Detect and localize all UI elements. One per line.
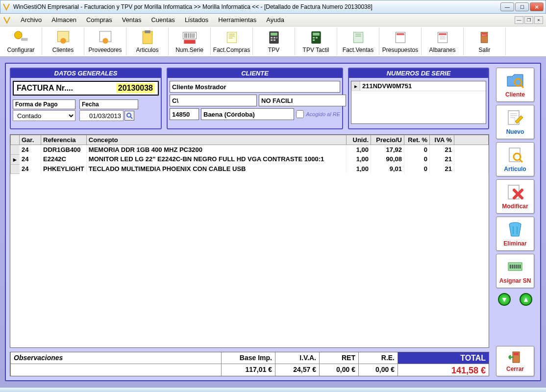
base-label: Base Imp. xyxy=(222,352,275,364)
mdi-close-button[interactable]: × xyxy=(534,16,543,24)
ret-value: 0,00 € xyxy=(320,364,358,375)
cell-concepto[interactable]: MONITOR LED LG 22" E2242C-BN NEGRO FULL … xyxy=(86,154,346,164)
svg-text:EXIT: EXIT xyxy=(482,34,486,36)
window-minimize-button[interactable]: — xyxy=(500,2,514,11)
menu-ayuda[interactable]: Ayuda xyxy=(261,14,289,25)
acogido-re-checkbox[interactable] xyxy=(296,108,304,120)
window-title: WinGestiON Empresarial - Facturacion y T… xyxy=(13,3,500,10)
svg-rect-33 xyxy=(439,33,447,35)
menu-cuentas[interactable]: Cuentas xyxy=(146,14,179,25)
re-value: 0,00 € xyxy=(359,364,397,375)
toolbar-presupuestos[interactable]: Presupuestos xyxy=(379,27,422,55)
cell-ref[interactable]: DDR1GB400 xyxy=(41,145,87,155)
grid-header-ret[interactable]: Ret. % xyxy=(404,135,430,145)
toolbar-factventas[interactable]: Fact.Ventas xyxy=(337,27,379,55)
grid-header-iva[interactable]: IVA % xyxy=(430,135,454,145)
cliente-localidad-input[interactable] xyxy=(201,108,294,120)
action-eliminar-button[interactable]: Eliminar xyxy=(496,217,534,251)
cell-iva[interactable]: 21 xyxy=(430,145,454,155)
grid-header-concepto[interactable]: Concepto xyxy=(86,135,346,145)
menu-compras[interactable]: Compras xyxy=(81,14,117,25)
move-down-button[interactable]: ▼ xyxy=(498,293,511,306)
grid-header-precio[interactable]: Precio/U xyxy=(371,135,404,145)
action-modificar-button[interactable]: Modificar xyxy=(496,179,534,214)
cell-unid[interactable]: 1,00 xyxy=(347,164,371,173)
svg-point-3 xyxy=(60,38,66,44)
serial-number-cell[interactable]: 211NDVW0M751 xyxy=(360,81,414,91)
toolbar-numserie[interactable]: Num.Serie xyxy=(169,27,211,55)
grid-row[interactable]: 24 DDR1GB400 MEMORIA DDR 1GB 400 MHZ PC3… xyxy=(11,145,489,155)
action-nuevo-button[interactable]: Nuevo xyxy=(496,105,534,139)
menu-archivo[interactable]: Archivo xyxy=(16,14,47,25)
panel-cliente: CLIENTE Acogido al RE xyxy=(167,68,343,129)
cell-concepto[interactable]: MEMORIA DDR 1GB 400 MHZ PC3200 xyxy=(86,145,346,155)
cell-concepto[interactable]: TECLADO MULTIMEDIA PHOENIX CON CABLE USB xyxy=(86,164,346,173)
cell-unid[interactable]: 1,00 xyxy=(347,145,371,155)
cell-precio[interactable]: 17,92 xyxy=(371,145,404,155)
svg-rect-25 xyxy=(313,33,320,36)
cliente-nombre-input[interactable] xyxy=(170,81,340,93)
mdi-restore-button[interactable]: ❐ xyxy=(524,16,533,24)
move-up-button[interactable]: ▲ xyxy=(520,293,532,306)
svg-line-38 xyxy=(130,117,132,119)
cell-ref[interactable]: E2242C xyxy=(41,154,87,164)
cell-gar[interactable]: 24 xyxy=(20,164,41,173)
panel-header: CLIENTE xyxy=(168,69,342,78)
magnifier-icon xyxy=(126,112,133,119)
cell-precio[interactable]: 90,08 xyxy=(371,154,404,164)
grid-row[interactable]: 24 PHKEYLIGHT TECLADO MULTIMEDIA PHOENIX… xyxy=(11,164,489,173)
toolbar-factcompras[interactable]: Fact.Compras xyxy=(211,27,253,55)
forma-pago-select[interactable]: Contado xyxy=(13,110,75,121)
menu-listados[interactable]: Listados xyxy=(180,14,213,25)
svg-point-5 xyxy=(102,38,108,44)
menu-ventas[interactable]: Ventas xyxy=(117,14,147,25)
toolbar-tpvtactil[interactable]: TPV Tactil xyxy=(295,27,337,55)
toolbar-tpv[interactable]: TPV xyxy=(253,27,295,55)
cell-ret[interactable]: 0 xyxy=(404,164,430,173)
cliente-nif-input[interactable] xyxy=(259,95,346,106)
grid-header-unid[interactable]: Unid. xyxy=(347,135,371,145)
toolbar-proveedores[interactable]: Proveedores xyxy=(84,27,126,55)
toolbar-clientes[interactable]: Clientes xyxy=(42,27,84,55)
cell-iva[interactable]: 21 xyxy=(430,154,454,164)
toolbar-albaranes[interactable]: Albaranes xyxy=(422,27,464,55)
cliente-cp-input[interactable] xyxy=(170,108,199,120)
fecha-input[interactable] xyxy=(79,110,124,121)
toolbar-articulos[interactable]: Articulos xyxy=(126,27,169,55)
action-articulo-button[interactable]: Articulo xyxy=(496,142,534,176)
folder-search-icon xyxy=(505,72,525,90)
menu-almacen[interactable]: Almacen xyxy=(47,14,81,25)
grid-header-ref[interactable]: Referencia xyxy=(41,135,87,145)
action-cliente-button[interactable]: Cliente xyxy=(496,68,534,102)
action-cerrar-button[interactable]: Cerrar xyxy=(496,346,534,376)
observaciones-value[interactable] xyxy=(11,364,221,367)
toolbar-label: Configurar xyxy=(7,47,34,53)
mdi-minimize-button[interactable]: — xyxy=(515,16,523,24)
svg-point-37 xyxy=(127,113,131,117)
serial-number-list[interactable]: ▸ 211NDVW0M751 xyxy=(351,81,486,124)
cell-gar[interactable]: 24 xyxy=(20,145,41,155)
cell-iva[interactable]: 21 xyxy=(430,164,454,173)
toolbar-salir[interactable]: EXITSalir xyxy=(464,27,506,55)
grid-row[interactable]: ▸ 24 E2242C MONITOR LED LG 22" E2242C-BN… xyxy=(11,154,489,164)
cliente-direccion-input[interactable] xyxy=(170,95,257,106)
window-close-button[interactable]: ✕ xyxy=(530,2,544,11)
suppliers-icon xyxy=(97,29,114,46)
grid-header-spacer xyxy=(454,135,489,145)
invoice-lines-grid[interactable]: Gar. Referencia Concepto Unid. Precio/U … xyxy=(10,134,489,348)
cell-gar[interactable]: 24 xyxy=(20,154,41,164)
grid-header-gar[interactable]: Gar. xyxy=(20,135,41,145)
cell-ret[interactable]: 0 xyxy=(404,154,430,164)
cell-precio[interactable]: 9,01 xyxy=(371,164,404,173)
window-maximize-button[interactable]: ☐ xyxy=(515,2,529,11)
cell-unid[interactable]: 1,00 xyxy=(347,154,371,164)
cell-ref[interactable]: PHKEYLIGHT xyxy=(41,164,87,173)
menu-herramientas[interactable]: Herramientas xyxy=(213,14,261,25)
action-asignar-sn-button[interactable]: Asignar SN xyxy=(496,254,534,288)
fecha-search-button[interactable] xyxy=(124,111,134,121)
toolbar-label: Clientes xyxy=(52,47,74,53)
main-toolbar: Configurar Clientes Proveedores Articulo… xyxy=(0,26,546,57)
cell-ret[interactable]: 0 xyxy=(404,145,430,155)
budget-icon xyxy=(392,29,409,46)
toolbar-configurar[interactable]: Configurar xyxy=(0,27,42,55)
